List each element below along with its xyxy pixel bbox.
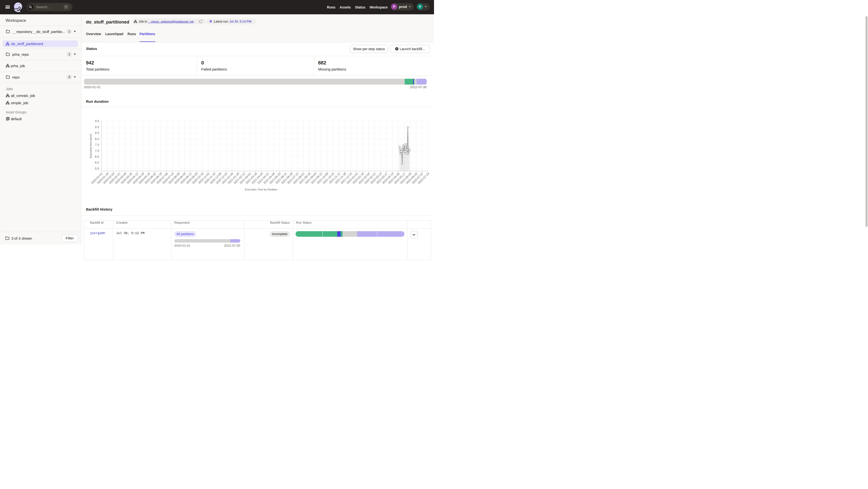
svg-text:Execution Time by Partition: Execution Time by Partition: [245, 188, 277, 191]
svg-text:7.0: 7.0: [95, 149, 99, 153]
svg-text:9.0: 9.0: [95, 126, 99, 129]
svg-text:7.5: 7.5: [95, 143, 99, 146]
svg-text:6.5: 6.5: [95, 155, 99, 159]
svg-text:8.5: 8.5: [95, 131, 99, 135]
svg-text:Execution time (secs): Execution time (secs): [89, 134, 92, 158]
svg-text:9.5: 9.5: [95, 120, 99, 123]
svg-text:8.0: 8.0: [95, 137, 99, 141]
svg-text:5.5: 5.5: [95, 167, 99, 170]
svg-text:6.0: 6.0: [95, 161, 99, 165]
